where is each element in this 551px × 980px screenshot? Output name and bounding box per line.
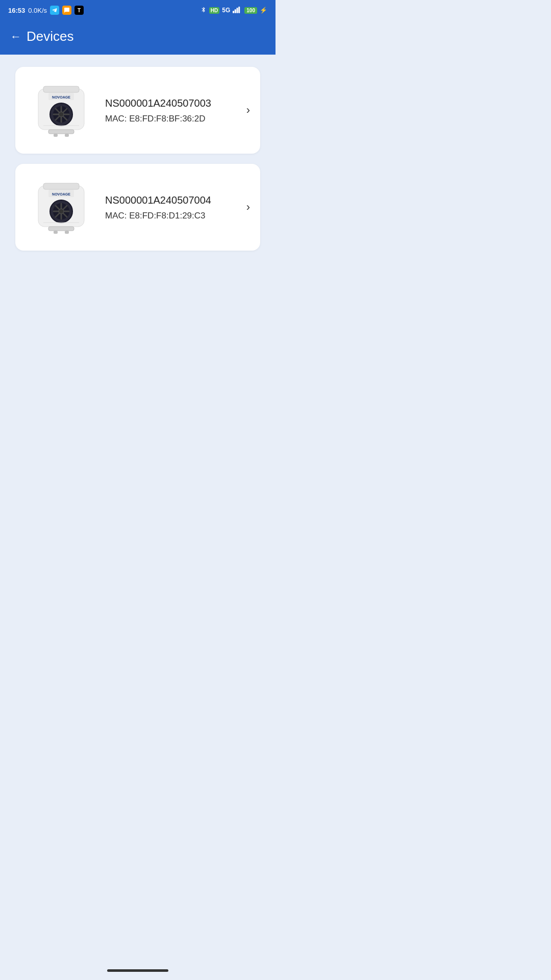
battery-level: 100	[244, 7, 257, 14]
device-mac-1: MAC: E8:FD:F8:BF:36:2D	[105, 114, 250, 124]
charging-icon: ⚡	[260, 7, 267, 14]
app-header: ← Devices	[0, 20, 276, 55]
bluetooth-icon	[201, 6, 207, 15]
app-icon-tiktok: T	[74, 6, 84, 15]
page-title: Devices	[27, 29, 73, 44]
svg-rect-15	[48, 130, 74, 134]
svg-rect-1	[235, 9, 236, 13]
svg-text:NOVOAGE: NOVOAGE	[52, 95, 70, 99]
device-name-2: NS000001A240507004	[105, 193, 250, 207]
svg-rect-20	[43, 183, 79, 189]
svg-rect-3	[239, 7, 240, 13]
device-info-2: NS000001A240507004 MAC: E8:FD:F8:D1:29:C…	[105, 193, 250, 221]
device-card-2[interactable]: NOVOAGE NS000001A240507004	[15, 164, 260, 251]
hd-badge: HD	[209, 7, 219, 14]
app-icon-telegram	[50, 6, 59, 15]
status-left: 16:53 0.0K/s T	[8, 6, 84, 15]
device-card-1[interactable]: NOVOAGE NS000001A240507003	[15, 67, 260, 154]
chevron-icon-2: ›	[246, 201, 250, 214]
svg-point-14	[59, 112, 64, 117]
svg-rect-5	[43, 86, 79, 92]
device-image-2: NOVOAGE	[26, 174, 97, 240]
svg-text:NOVOAGE: NOVOAGE	[52, 192, 70, 196]
status-speed: 0.0K/s	[28, 7, 47, 14]
svg-rect-31	[54, 231, 58, 234]
chevron-icon-1: ›	[246, 104, 250, 117]
status-bar: 16:53 0.0K/s T HD 5G 100	[0, 0, 276, 20]
back-button[interactable]: ←	[10, 30, 21, 43]
svg-rect-17	[65, 134, 69, 137]
device-list: NOVOAGE NS000001A240507003	[0, 55, 276, 263]
device-info-1: NS000001A240507003 MAC: E8:FD:F8:BF:36:2…	[105, 96, 250, 124]
svg-rect-0	[233, 11, 234, 13]
device-mac-2: MAC: E8:FD:F8:D1:29:C3	[105, 211, 250, 221]
svg-point-29	[59, 209, 64, 214]
device-name-1: NS000001A240507003	[105, 96, 250, 110]
status-right: HD 5G 100 ⚡	[201, 6, 267, 15]
svg-rect-2	[237, 8, 238, 13]
app-icon-messages	[62, 6, 71, 15]
svg-rect-30	[48, 227, 74, 231]
device-image-1: NOVOAGE	[26, 77, 97, 143]
status-time: 16:53	[8, 7, 25, 14]
signal-icon	[233, 6, 242, 15]
network-type: 5G	[222, 7, 230, 14]
svg-rect-32	[65, 231, 69, 234]
svg-rect-16	[54, 134, 58, 137]
